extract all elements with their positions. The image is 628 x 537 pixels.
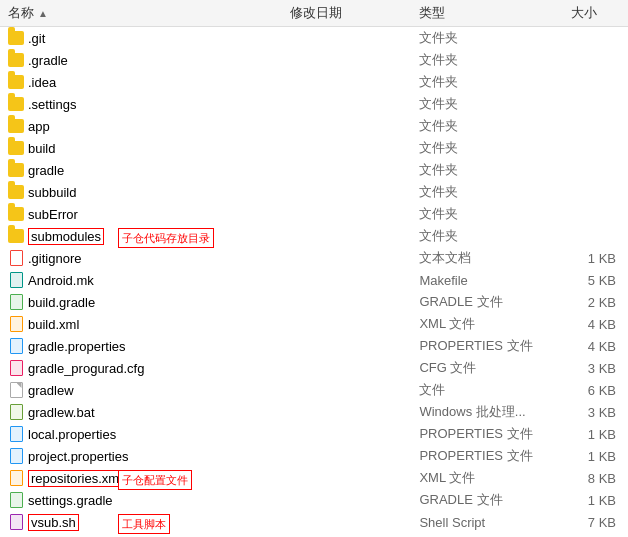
file-size — [563, 137, 628, 159]
folder-icon — [8, 30, 24, 46]
table-row[interactable]: .gradle文件夹 — [0, 49, 628, 71]
file-date — [282, 357, 412, 379]
file-date — [282, 181, 412, 203]
file-size: 2 KB — [563, 291, 628, 313]
file-size — [563, 115, 628, 137]
table-row[interactable]: repositories.xml子仓配置文件XML 文件8 KB — [0, 467, 628, 489]
file-size: 8 KB — [563, 467, 628, 489]
file-type: 文件夹 — [411, 225, 563, 247]
file-name: build.xml — [28, 317, 79, 332]
folder-icon — [8, 228, 24, 244]
file-type: 文件 — [411, 379, 563, 401]
file-name: gradle_progurad.cfg — [28, 361, 144, 376]
table-row[interactable]: gradlew.batWindows 批处理...3 KB — [0, 401, 628, 423]
table-row[interactable]: build.gradleGRADLE 文件2 KB — [0, 291, 628, 313]
bat-icon — [8, 404, 24, 420]
annotation-label: 子仓代码存放目录 — [118, 228, 214, 248]
file-date — [282, 335, 412, 357]
sort-arrow-icon: ▲ — [38, 8, 48, 19]
file-type: CFG 文件 — [411, 357, 563, 379]
col-header-name[interactable]: 名称 ▲ — [0, 0, 282, 27]
file-name: build.gradle — [28, 295, 95, 310]
file-name: submodules — [28, 228, 106, 245]
file-size: 1 KB — [563, 445, 628, 467]
table-row[interactable]: settings.gradleGRADLE 文件1 KB — [0, 489, 628, 511]
file-type: PROPERTIES 文件 — [411, 423, 563, 445]
table-row[interactable]: build.xmlXML 文件4 KB — [0, 313, 628, 335]
table-row[interactable]: gradle文件夹 — [0, 159, 628, 181]
table-row[interactable]: .settings文件夹 — [0, 93, 628, 115]
table-row[interactable]: submodules子仓代码存放目录文件夹 — [0, 225, 628, 247]
col-header-type[interactable]: 类型 — [411, 0, 563, 27]
folder-icon — [8, 184, 24, 200]
table-row[interactable]: .gitignore文本文档1 KB — [0, 247, 628, 269]
col-header-size[interactable]: 大小 — [563, 0, 628, 27]
table-row[interactable]: gradlew文件6 KB — [0, 379, 628, 401]
file-size: 5 KB — [563, 269, 628, 291]
table-row[interactable]: .idea文件夹 — [0, 71, 628, 93]
file-type: XML 文件 — [411, 313, 563, 335]
table-row[interactable]: subbuild文件夹 — [0, 181, 628, 203]
file-date — [282, 401, 412, 423]
cfg-icon — [8, 360, 24, 376]
file-size — [563, 203, 628, 225]
file-size: 1 KB — [563, 423, 628, 445]
file-size: 3 KB — [563, 401, 628, 423]
gradle-icon — [8, 294, 24, 310]
file-date — [282, 137, 412, 159]
file-name: Android.mk — [28, 273, 94, 288]
file-date — [282, 71, 412, 93]
file-name: vsub.sh — [28, 514, 81, 531]
file-date — [282, 203, 412, 225]
file-type: 文件夹 — [411, 137, 563, 159]
file-type: Windows 批处理... — [411, 401, 563, 423]
file-type: 文件夹 — [411, 159, 563, 181]
file-type: Makefile — [411, 269, 563, 291]
file-date — [282, 269, 412, 291]
file-type: 文件夹 — [411, 115, 563, 137]
file-name: project.properties — [28, 449, 128, 464]
file-type: GRADLE 文件 — [411, 489, 563, 511]
properties-icon — [8, 426, 24, 442]
table-row[interactable]: app文件夹 — [0, 115, 628, 137]
col-header-date[interactable]: 修改日期 — [282, 0, 412, 27]
table-row[interactable]: subError文件夹 — [0, 203, 628, 225]
annotated-name-box: repositories.xml — [28, 470, 125, 487]
file-type: PROPERTIES 文件 — [411, 445, 563, 467]
table-row[interactable]: local.propertiesPROPERTIES 文件1 KB — [0, 423, 628, 445]
shell-icon — [8, 514, 24, 530]
file-size — [563, 181, 628, 203]
file-date — [282, 247, 412, 269]
file-size: 1 KB — [563, 489, 628, 511]
file-type: GRADLE 文件 — [411, 291, 563, 313]
table-row[interactable]: gradle_progurad.cfgCFG 文件3 KB — [0, 357, 628, 379]
file-date — [282, 467, 412, 489]
gradle-icon — [8, 492, 24, 508]
file-name: gradle.properties — [28, 339, 126, 354]
makefile-icon — [8, 272, 24, 288]
file-date — [282, 445, 412, 467]
folder-icon — [8, 206, 24, 222]
table-row[interactable]: project.propertiesPROPERTIES 文件1 KB — [0, 445, 628, 467]
table-row[interactable]: vsub.sh工具脚本Shell Script7 KB — [0, 511, 628, 533]
file-name: local.properties — [28, 427, 116, 442]
annotated-name-box: submodules — [28, 228, 104, 245]
file-type: 文件夹 — [411, 181, 563, 203]
file-date — [282, 225, 412, 247]
file-type: PROPERTIES 文件 — [411, 335, 563, 357]
file-name: subError — [28, 207, 78, 222]
file-type: XML 文件 — [411, 467, 563, 489]
file-name: .gitignore — [28, 251, 81, 266]
file-date — [282, 93, 412, 115]
table-row[interactable]: gradle.propertiesPROPERTIES 文件4 KB — [0, 335, 628, 357]
table-row[interactable]: Android.mkMakefile5 KB — [0, 269, 628, 291]
table-row[interactable]: .git文件夹 — [0, 27, 628, 50]
file-type: 文件夹 — [411, 71, 563, 93]
file-size: 7 KB — [563, 511, 628, 533]
file-type: 文件夹 — [411, 203, 563, 225]
annotated-name-box: vsub.sh — [28, 514, 79, 531]
file-name: build — [28, 141, 55, 156]
properties-icon — [8, 448, 24, 464]
file-list[interactable]: 名称 ▲ 修改日期 类型 大小 .git文件夹.gradle文件夹.idea文件… — [0, 0, 628, 537]
table-row[interactable]: build文件夹 — [0, 137, 628, 159]
